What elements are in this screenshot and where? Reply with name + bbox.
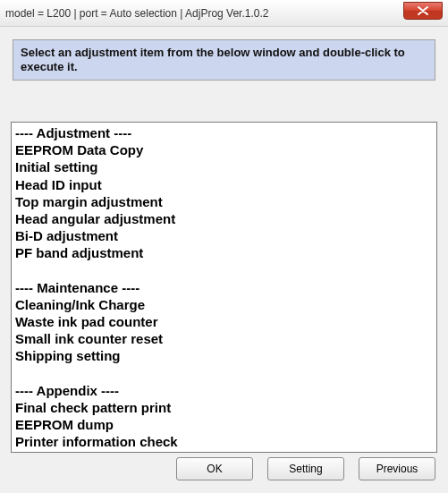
- list-item[interactable]: ---- Appendix ----: [15, 382, 433, 399]
- list-item[interactable]: Printer information check: [15, 433, 433, 450]
- list-item[interactable]: Shipping setting: [15, 347, 433, 364]
- list-item[interactable]: Small ink counter reset: [15, 330, 433, 347]
- titlebar: model = L200 | port = Auto selection | A…: [0, 0, 448, 27]
- list-item[interactable]: Head ID input: [15, 176, 433, 193]
- list-item[interactable]: EEPROM Data Copy: [15, 141, 433, 158]
- button-row: OK Setting Previous: [176, 457, 435, 480]
- list-item[interactable]: Initial setting: [15, 158, 433, 175]
- instruction-text: Select an adjustment item from the below…: [21, 46, 405, 73]
- close-icon: [418, 6, 428, 15]
- ok-button[interactable]: OK: [176, 457, 253, 480]
- list-item[interactable]: Cleaning/Ink Charge: [15, 296, 433, 313]
- instruction-panel: Select an adjustment item from the below…: [13, 39, 435, 81]
- list-blank: [15, 262, 433, 279]
- list-item[interactable]: EEPROM dump: [15, 416, 433, 433]
- client-area: Select an adjustment item from the below…: [0, 27, 448, 493]
- adjustment-listbox[interactable]: ---- Adjustment ----EEPROM Data CopyInit…: [12, 123, 436, 452]
- list-item[interactable]: ---- Adjustment ----: [15, 124, 433, 141]
- list-item[interactable]: Waste ink pad counter: [15, 313, 433, 330]
- list-item[interactable]: Paper feed test: [15, 451, 433, 452]
- listbox-wrap: ---- Adjustment ----EEPROM Data CopyInit…: [11, 122, 437, 453]
- window-title: model = L200 | port = Auto selection | A…: [5, 7, 268, 20]
- previous-button[interactable]: Previous: [359, 457, 435, 480]
- list-item[interactable]: PF band adjustment: [15, 244, 433, 261]
- list-item[interactable]: Top margin adjustment: [15, 193, 433, 210]
- list-blank: [15, 365, 433, 382]
- list-item[interactable]: Final check pattern print: [15, 399, 433, 416]
- list-item[interactable]: ---- Maintenance ----: [15, 279, 433, 296]
- close-button[interactable]: [403, 2, 443, 20]
- list-item[interactable]: Bi-D adjustment: [15, 227, 433, 244]
- list-item[interactable]: Head angular adjustment: [15, 210, 433, 227]
- setting-button[interactable]: Setting: [267, 457, 344, 480]
